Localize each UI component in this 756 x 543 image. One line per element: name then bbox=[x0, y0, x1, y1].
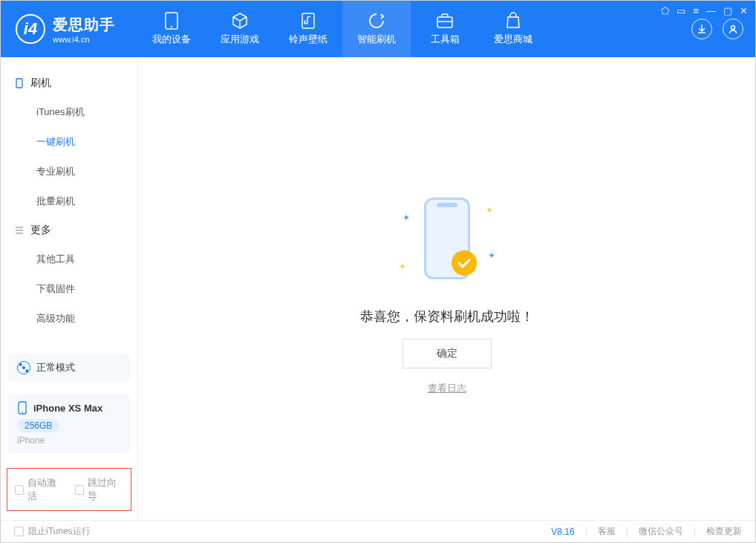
header-actions bbox=[691, 19, 743, 39]
sparkle-icon: ✦ bbox=[486, 205, 493, 215]
footer: 阻止iTunes运行 V8.16 | 客服 | 微信公众号 | 检查更新 bbox=[1, 520, 755, 542]
main-content: ✦ ✦ ✦ ✦ 恭喜您，保资料刷机成功啦！ 确定 查看日志 bbox=[138, 57, 755, 520]
refresh-icon bbox=[368, 12, 385, 30]
maximize-button[interactable]: ▢ bbox=[723, 5, 732, 16]
sidebar-category-label: 更多 bbox=[30, 224, 51, 237]
sidebar-item-batch-flash[interactable]: 批量刷机 bbox=[1, 186, 137, 216]
tab-label: 智能刷机 bbox=[357, 33, 396, 46]
svg-point-7 bbox=[22, 412, 23, 413]
header: ⬠ ▭ ≡ — ▢ ✕ i4 爱思助手 www.i4.cn 我的设备 应用游戏 … bbox=[1, 1, 755, 57]
checkbox-icon bbox=[15, 485, 24, 495]
sparkle-icon: ✦ bbox=[399, 261, 406, 272]
sidebar-item-other-tools[interactable]: 其他工具 bbox=[1, 244, 137, 274]
bag-icon bbox=[504, 12, 522, 30]
tab-label: 我的设备 bbox=[152, 33, 191, 46]
device-storage: 256GB bbox=[17, 419, 59, 432]
svg-point-4 bbox=[731, 26, 735, 30]
svg-rect-3 bbox=[437, 17, 452, 27]
music-icon bbox=[299, 12, 317, 30]
sidebar-category-more: 更多 bbox=[1, 216, 137, 244]
close-button[interactable]: ✕ bbox=[740, 5, 748, 16]
checkbox-skip-wizard[interactable]: 跳过向导 bbox=[75, 476, 123, 503]
logo-icon: i4 bbox=[16, 14, 45, 44]
success-illustration: ✦ ✦ ✦ ✦ bbox=[380, 183, 514, 294]
sidebar-item-download-firmware[interactable]: 下载固件 bbox=[1, 274, 137, 304]
user-button[interactable] bbox=[723, 19, 743, 39]
mode-label: 正常模式 bbox=[36, 361, 75, 374]
sidebar-item-pro-flash[interactable]: 专业刷机 bbox=[1, 157, 137, 186]
footer-link-support[interactable]: 客服 bbox=[598, 525, 616, 538]
list-icon[interactable]: ≡ bbox=[693, 5, 699, 16]
shirt-icon[interactable]: ⬠ bbox=[661, 5, 669, 16]
device-type: iPhone bbox=[17, 435, 121, 446]
tab-label: 工具箱 bbox=[431, 33, 460, 46]
svg-point-1 bbox=[171, 26, 172, 27]
phone-icon bbox=[17, 401, 27, 414]
tab-label: 铃声壁纸 bbox=[289, 33, 328, 46]
minimize-button[interactable]: — bbox=[706, 5, 716, 16]
checkbox-icon[interactable] bbox=[14, 527, 24, 536]
list-icon bbox=[14, 225, 25, 235]
briefcase-icon bbox=[436, 12, 454, 30]
checkbox-label: 自动激活 bbox=[27, 476, 63, 503]
phone-icon bbox=[163, 12, 180, 30]
version-label: V8.16 bbox=[551, 527, 574, 537]
checkbox-icon bbox=[75, 485, 84, 495]
sidebar-item-itunes-flash[interactable]: iTunes刷机 bbox=[1, 97, 137, 127]
ok-button[interactable]: 确定 bbox=[403, 339, 492, 368]
checkbox-auto-activate[interactable]: 自动激活 bbox=[15, 476, 63, 503]
footer-link-update[interactable]: 检查更新 bbox=[706, 525, 742, 538]
app-subtitle: www.i4.cn bbox=[53, 35, 115, 44]
main-tabs: 我的设备 应用游戏 铃声壁纸 智能刷机 工具箱 爱思商城 bbox=[137, 1, 547, 57]
tab-label: 爱思商城 bbox=[494, 33, 532, 46]
tab-label: 应用游戏 bbox=[221, 33, 259, 46]
sidebar-category-label: 刷机 bbox=[30, 77, 51, 90]
svg-rect-2 bbox=[302, 13, 314, 28]
download-button[interactable] bbox=[691, 19, 712, 39]
tab-my-device[interactable]: 我的设备 bbox=[137, 1, 206, 57]
tab-toolbox[interactable]: 工具箱 bbox=[411, 1, 479, 57]
tab-ringtone-wallpaper[interactable]: 铃声壁纸 bbox=[274, 1, 342, 57]
mode-box[interactable]: 正常模式 bbox=[8, 354, 130, 382]
footer-link-wechat[interactable]: 微信公众号 bbox=[639, 525, 683, 538]
device-icon bbox=[14, 78, 25, 88]
app-title: 爱思助手 bbox=[53, 15, 115, 35]
tab-smart-flash[interactable]: 智能刷机 bbox=[342, 1, 411, 57]
sparkle-icon: ✦ bbox=[403, 212, 410, 223]
view-log-link[interactable]: 查看日志 bbox=[428, 382, 466, 395]
sidebar-item-oneclick-flash[interactable]: 一键刷机 bbox=[1, 127, 137, 157]
tab-apps-games[interactable]: 应用游戏 bbox=[206, 1, 274, 57]
checkbox-label: 跳过向导 bbox=[88, 476, 123, 503]
cube-icon bbox=[231, 12, 249, 30]
device-name: iPhone XS Max bbox=[33, 403, 102, 414]
menu-icon[interactable]: ▭ bbox=[677, 5, 685, 16]
device-box[interactable]: iPhone XS Max 256GB iPhone bbox=[8, 394, 130, 453]
check-icon bbox=[452, 250, 477, 276]
sidebar-category-flash: 刷机 bbox=[1, 69, 137, 97]
sidebar: 刷机 iTunes刷机 一键刷机 专业刷机 批量刷机 更多 其他工具 下载固件 … bbox=[1, 57, 138, 520]
option-checkboxes: 自动激活 跳过向导 bbox=[7, 468, 131, 511]
logo: i4 爱思助手 www.i4.cn bbox=[1, 14, 130, 44]
mode-icon bbox=[17, 361, 30, 374]
block-itunes-label[interactable]: 阻止iTunes运行 bbox=[28, 525, 91, 538]
tab-store[interactable]: 爱思商城 bbox=[479, 1, 547, 57]
success-message: 恭喜您，保资料刷机成功啦！ bbox=[360, 308, 534, 325]
svg-rect-5 bbox=[16, 79, 22, 88]
window-controls: ⬠ ▭ ≡ — ▢ ✕ bbox=[661, 5, 748, 16]
sidebar-item-advanced[interactable]: 高级功能 bbox=[1, 304, 137, 334]
sparkle-icon: ✦ bbox=[488, 250, 495, 261]
